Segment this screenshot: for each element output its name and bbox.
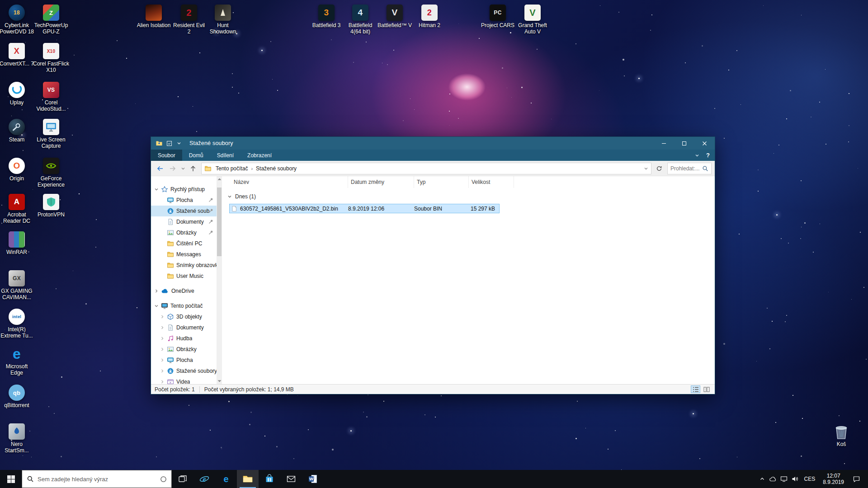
taskbar-search-input[interactable] — [38, 476, 156, 483]
breadcrumb-item-sta-en-soubory[interactable]: Stažené soubory — [254, 165, 299, 172]
refresh-button[interactable] — [654, 163, 665, 174]
close-button[interactable] — [694, 137, 715, 150]
chevron-right-icon[interactable] — [160, 314, 165, 319]
sidebar-item-obr-zky[interactable]: Obrázky — [151, 227, 217, 238]
language-indicator[interactable]: CES — [800, 470, 820, 488]
group-collapse-chevron-icon[interactable] — [227, 194, 232, 199]
desktop-icon-winrar[interactable]: WinRAR — [0, 231, 35, 256]
desktop-icon-gx-gaming-caviman[interactable]: GXGX GAMING CAVIMAN... — [0, 270, 35, 301]
desktop-icon-geforce-experience[interactable]: GeForce Experience — [33, 158, 69, 188]
scroll-down-icon[interactable] — [217, 378, 222, 384]
chevron-right-icon[interactable] — [160, 325, 165, 330]
desktop-icon-protonvpn[interactable]: ProtonVPN — [33, 194, 69, 218]
desktop-icon-hitman-2[interactable]: 2Hitman 2 — [411, 5, 448, 29]
details-view-button[interactable] — [691, 385, 700, 393]
tray-onedrive-button[interactable] — [768, 470, 778, 488]
qat-customize-chevron-icon[interactable] — [174, 138, 184, 148]
sidebar-item-i-t-n-pc[interactable]: Čištění PC — [151, 238, 217, 249]
sidebar-item-3d-objekty[interactable]: 3D objekty — [151, 311, 217, 322]
address-dropdown-chevron-icon[interactable] — [644, 166, 648, 171]
sidebar-item-dokumenty[interactable]: Dokumenty — [151, 322, 217, 333]
desktop-icon-alien-isolation[interactable]: Alien Isolation — [136, 5, 172, 29]
chevron-right-icon[interactable] — [160, 358, 165, 362]
tray-volume-button[interactable] — [789, 470, 800, 488]
desktop-icon-live-screen-capture[interactable]: Live Screen Capture — [33, 119, 69, 150]
sidebar-section-tento-po-ta[interactable]: Tento počítač — [151, 300, 217, 311]
taskbar-app-task-view[interactable] — [172, 470, 193, 488]
ribbon-tab-dom[interactable]: Domů — [182, 150, 210, 161]
sidebar-item-messages[interactable]: Messages — [151, 249, 217, 260]
desktop-icon-intel-r-extreme-tu[interactable]: intelIntel(R) Extreme Tu... — [0, 309, 35, 339]
chevron-right-icon[interactable] — [154, 289, 159, 293]
ribbon-tab-soubor[interactable]: Soubor — [151, 150, 182, 161]
desktop-icon-battlefield-3[interactable]: 3Battlefield 3 — [308, 5, 344, 29]
taskbar-search-box[interactable] — [22, 470, 172, 488]
sidebar-item-plocha[interactable]: Plocha — [151, 355, 217, 366]
desktop-icon-cyberlink-powerdvd-18[interactable]: 18CyberLink PowerDVD 18 — [0, 5, 35, 35]
recent-locations-chevron-icon[interactable] — [179, 163, 186, 174]
scrollbar-track[interactable] — [217, 182, 222, 378]
desktop-icon-uplay[interactable]: Uplay — [0, 82, 35, 106]
desktop-icon-corel-fastflick-x10[interactable]: X10Corel FastFlick X10 — [33, 43, 69, 74]
back-button[interactable] — [154, 163, 166, 174]
qat-properties-icon[interactable] — [164, 138, 174, 148]
desktop-icon-techpowerup-gpu-z[interactable]: ZTechPowerUp GPU-Z — [33, 5, 69, 35]
scrollbar-thumb[interactable] — [217, 188, 222, 256]
ribbon-tab-zobrazen[interactable]: Zobrazení — [241, 150, 278, 161]
desktop-icon-corel-videostud[interactable]: VSCorel VideoStud... — [33, 82, 69, 113]
explorer-search-input[interactable] — [670, 165, 702, 172]
sidebar-item-sta-en-soubory[interactable]: Stažené soubory — [151, 366, 217, 376]
sidebar-item-videa[interactable]: Videa — [151, 376, 217, 384]
scroll-up-icon[interactable] — [217, 176, 222, 182]
thumbnails-view-button[interactable] — [702, 385, 711, 393]
desktop-icon-qbittorrent[interactable]: qbqBittorrent — [0, 385, 35, 409]
file-row-630572-1495861-v530abiv2b2-d2-bin[interactable]: 630572_1495861_V530ABIV2b2_D2.bin8.9.201… — [229, 204, 500, 213]
sidebar-item-hudba[interactable]: Hudba — [151, 333, 217, 344]
sidebar-item-dokumenty[interactable]: Dokumenty — [151, 216, 217, 227]
desktop-icon-hunt-showdown[interactable]: Hunt Showdown — [205, 5, 241, 35]
column-header-datum-zm-ny[interactable]: Datum změny — [348, 176, 414, 188]
taskbar-app-microsoft-edge[interactable]: e — [215, 470, 237, 488]
sidebar-section-onedrive[interactable]: OneDrive — [151, 286, 217, 296]
notification-center-button[interactable] — [848, 470, 865, 488]
desktop-icon-convertxt-7[interactable]: XConvertXT... 7 — [0, 43, 35, 67]
tray-clock[interactable]: 12:07 8.9.2019 — [819, 470, 848, 488]
desktop-icon-battlefield-4-64-bit[interactable]: 4Battlefield 4(64 bit) — [342, 5, 378, 35]
desktop-icon-acrobat-reader-dc[interactable]: AAcrobat Reader DC — [0, 194, 35, 225]
desktop-icon-ko[interactable]: Koš — [823, 423, 859, 448]
explorer-search-box[interactable] — [667, 163, 712, 174]
cortana-icon[interactable] — [160, 476, 167, 483]
desktop-icon-battlefield-v[interactable]: VBattlefield™ V — [377, 5, 413, 29]
tray-hidden-icons-button[interactable] — [757, 470, 768, 488]
column-header-n-zev[interactable]: Název — [234, 176, 348, 188]
taskbar-app-microsoft-store[interactable] — [259, 470, 280, 488]
maximize-button[interactable] — [674, 137, 694, 150]
desktop-icon-nero-startsm[interactable]: Nero StartSm... — [0, 423, 35, 454]
sidebar-item-sta-en-soub[interactable]: Stažené soub — [151, 206, 217, 216]
taskbar-app-internet-explorer[interactable]: e — [193, 470, 215, 488]
minimize-button[interactable] — [654, 137, 674, 150]
sidebar-item-sn-mky-obrazovk[interactable]: Snímky obrazovk — [151, 260, 217, 271]
sidebar-item-plocha[interactable]: Plocha — [151, 195, 217, 206]
desktop-icon-project-cars[interactable]: PCProject CARS — [480, 5, 516, 29]
taskbar-app-mail[interactable] — [280, 470, 302, 488]
sidebar-section-rychl-p-stup[interactable]: Rychlý přístup — [151, 184, 217, 195]
breadcrumb-item-tento-po-ta[interactable]: Tento počítač — [213, 165, 250, 172]
chevron-right-icon[interactable] — [160, 336, 165, 341]
help-icon[interactable]: ? — [706, 152, 710, 158]
sidebar-item-obr-zky[interactable]: Obrázky — [151, 344, 217, 355]
desktop-icon-origin[interactable]: OOrigin — [0, 158, 35, 182]
titlebar[interactable]: Stažené soubory — [151, 137, 715, 150]
chevron-right-icon[interactable] — [160, 347, 165, 352]
navigation-scrollbar[interactable] — [217, 176, 222, 384]
chevron-down-icon[interactable] — [154, 304, 159, 308]
group-header[interactable]: Dnes (1) — [227, 193, 715, 200]
address-bar[interactable]: Tento počítač›Stažené soubory — [201, 163, 651, 174]
sidebar-item-user-music[interactable]: User Music — [151, 271, 217, 282]
ribbon-tab-sd-len[interactable]: Sdílení — [210, 150, 241, 161]
column-header-velikost[interactable]: Velikost — [469, 176, 514, 188]
chevron-right-icon[interactable] — [160, 369, 165, 373]
taskbar-app-file-explorer[interactable] — [237, 470, 259, 488]
forward-button[interactable] — [167, 163, 179, 174]
tray-network-button[interactable] — [778, 470, 789, 488]
